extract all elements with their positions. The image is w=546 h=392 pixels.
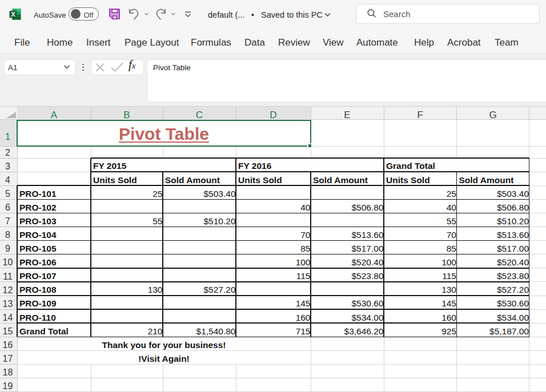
svg-text:X: X [11, 11, 15, 18]
